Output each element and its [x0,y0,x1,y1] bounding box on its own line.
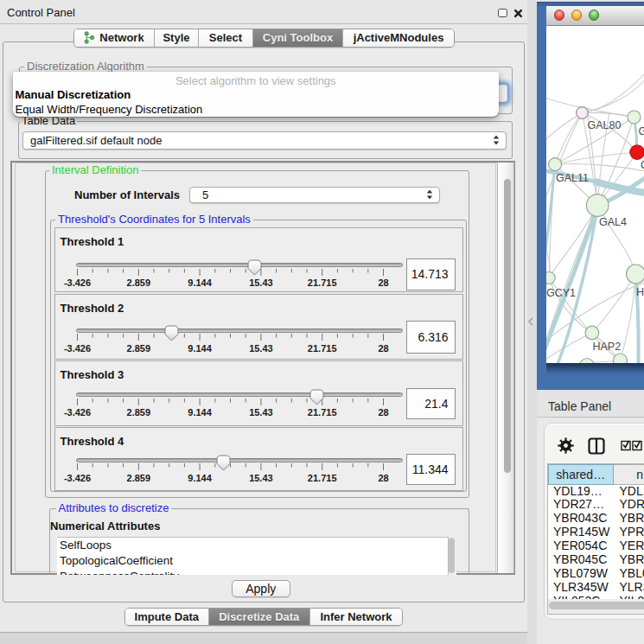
svg-text:H: H [636,286,644,298]
svg-text:GAL4: GAL4 [599,216,627,228]
svg-text:GA: GA [638,125,644,137]
svg-text:HAP2: HAP2 [592,341,621,353]
svg-text:GCY1: GCY1 [546,287,576,299]
svg-text:GAL11: GAL11 [556,172,589,184]
svg-text:GAL80: GAL80 [587,119,621,131]
svg-text:C: C [641,159,644,171]
